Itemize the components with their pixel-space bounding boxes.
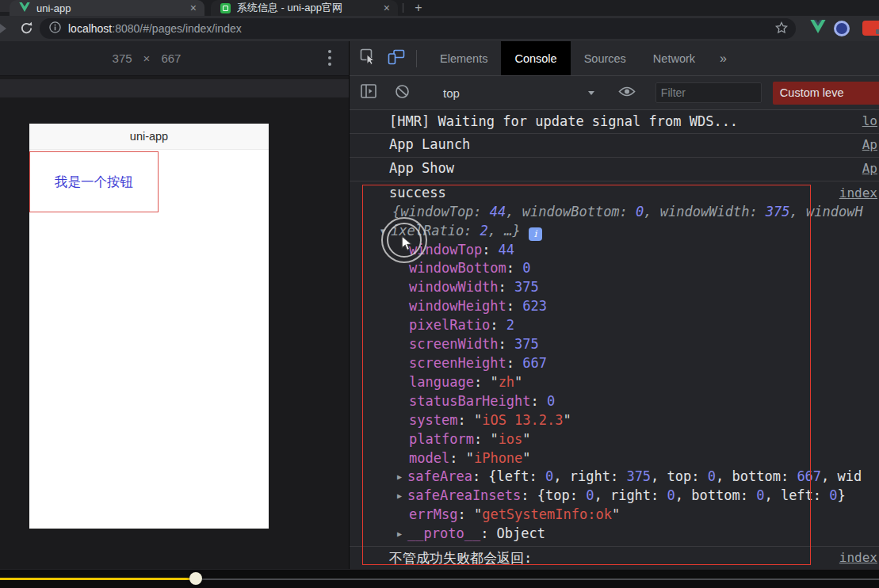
url-path: :8080/#/pages/index/index <box>112 22 241 35</box>
console-line: system: "iOS 13.2.3" <box>350 411 879 430</box>
vue-devtools-extension-icon[interactable] <box>810 20 826 36</box>
device-width-value[interactable]: 375 <box>113 52 132 65</box>
console-line: windowTop: 44 <box>350 241 879 260</box>
progress-handle[interactable] <box>189 572 202 585</box>
console-line: statusBarHeight: 0 <box>350 392 879 411</box>
viewport-top-band <box>0 79 349 97</box>
console-output: [HMR] Waiting for update signal from WDS… <box>350 110 879 588</box>
info-icon[interactable]: i <box>529 227 542 241</box>
tab-title: 系统信息 - uni-app官网 <box>237 1 384 15</box>
uniapp-favicon-icon <box>220 3 231 13</box>
console-toolbar: top Custom leve <box>350 76 879 110</box>
source-link[interactable]: Ap <box>862 159 877 178</box>
console-line: windowWidth: 375 <box>350 278 879 297</box>
console-line: screenWidth: 375 <box>350 335 879 354</box>
console-line: ▼ixelRatio: 2, …} i <box>350 222 879 241</box>
console-line: model: "iPhone" <box>350 449 879 468</box>
device-emulation-pane: 375 × 667 uni-app 我是一个按钮 <box>0 41 350 588</box>
source-link[interactable]: Ap <box>862 136 877 155</box>
console-line: windowBottom: 0 <box>350 259 879 278</box>
device-size-toolbar: 375 × 667 <box>0 41 349 76</box>
console-line: screenHeight: 667 <box>350 354 879 373</box>
emulated-phone-screen: uni-app 我是一个按钮 <box>29 124 269 529</box>
browser-tab-strip: uni-app × 系统信息 - uni-app官网 × + <box>0 0 879 16</box>
toolbar-divider <box>416 50 417 67</box>
more-tabs-button[interactable]: » <box>720 52 727 66</box>
tab-close-icon[interactable]: × <box>190 2 197 13</box>
console-line: platform: "ios" <box>350 430 879 449</box>
console-line: ▶safeAreaInsets: {top: 0, right: 0, bott… <box>350 487 879 506</box>
red-extension-icon[interactable] <box>862 21 879 36</box>
tab-sources[interactable]: Sources <box>571 41 640 75</box>
clear-console-icon[interactable] <box>395 84 410 102</box>
reload-button[interactable] <box>20 21 33 38</box>
console-line: ▶safeArea: {left: 0, right: 375, top: 0,… <box>350 468 879 487</box>
site-info-icon[interactable] <box>49 21 61 36</box>
progress-played <box>0 578 196 580</box>
inspect-element-icon[interactable] <box>360 48 376 68</box>
app-button[interactable]: 我是一个按钮 <box>29 151 159 212</box>
bookmark-star-icon[interactable] <box>775 21 788 36</box>
tab-elements[interactable]: Elements <box>426 41 501 75</box>
tab-network[interactable]: Network <box>640 41 709 75</box>
new-tab-button[interactable]: + <box>411 0 426 16</box>
content-area: 375 × 667 uni-app 我是一个按钮 <box>0 41 879 588</box>
console-line: [HMR] Waiting for update signal from WDS… <box>350 113 879 132</box>
expander-icon[interactable]: ▶ <box>397 487 407 506</box>
browser-toolbar: localhost:8080/#/pages/index/index <box>0 16 879 41</box>
console-line: App Launch <box>350 136 879 155</box>
address-bar[interactable]: localhost:8080/#/pages/index/index <box>40 18 796 39</box>
video-progress-bar[interactable] <box>0 569 879 588</box>
live-expression-eye-icon[interactable] <box>618 86 636 101</box>
console-row: success{windowTop: 44, windowBottom: 0, … <box>350 181 879 546</box>
source-link[interactable]: index <box>839 549 877 568</box>
tab-close-icon[interactable]: × <box>384 2 390 13</box>
dimension-separator: × <box>143 52 151 65</box>
console-row: App LaunchAp <box>350 133 879 157</box>
devtools-tabbar: Elements Console Sources Network » <box>350 41 879 76</box>
console-line: success <box>350 184 879 203</box>
progress-track <box>201 578 879 581</box>
console-line: 不管成功失败都会返回: <box>350 549 879 568</box>
console-line: pixelRatio: 2 <box>350 316 879 335</box>
mouse-cursor-icon <box>401 235 413 255</box>
device-toolbar-toggle-icon[interactable] <box>388 49 405 68</box>
device-height-value[interactable]: 667 <box>161 52 181 65</box>
console-line: windowHeight: 623 <box>350 297 879 316</box>
source-link[interactable]: index <box>839 184 877 203</box>
source-link[interactable]: lo <box>862 113 877 132</box>
console-row: [HMR] Waiting for update signal from WDS… <box>350 110 879 133</box>
expander-icon[interactable]: ▼ <box>380 222 391 241</box>
console-line: {windowTop: 44, windowBottom: 0, windowW… <box>350 203 879 222</box>
vue-favicon-icon <box>19 2 30 14</box>
forward-icon[interactable] <box>0 24 6 33</box>
console-line: ▶__proto__: Object <box>350 525 879 544</box>
tab-title: uni-app <box>36 2 190 14</box>
console-sidebar-icon[interactable] <box>361 84 376 101</box>
blue-extension-icon[interactable] <box>834 21 850 36</box>
devtools-pane: Elements Console Sources Network » top <box>350 41 879 588</box>
app-navbar-title: uni-app <box>130 130 168 143</box>
console-line: language: "zh" <box>350 373 879 392</box>
context-selector[interactable]: top <box>443 86 460 100</box>
expander-icon[interactable]: ▶ <box>397 468 407 487</box>
console-line: errMsg: "getSystemInfo:ok" <box>350 506 879 525</box>
browser-tab-uniapp-docs[interactable]: 系统信息 - uni-app官网 × <box>211 0 398 16</box>
browser-tab-uniapp[interactable]: uni-app × <box>10 0 204 16</box>
device-menu-kebab-icon[interactable] <box>328 50 331 69</box>
tab-console[interactable]: Console <box>501 41 570 75</box>
browser-window: uni-app × 系统信息 - uni-app官网 × + localhost… <box>0 0 879 588</box>
expander-icon[interactable]: ▶ <box>397 525 407 544</box>
custom-levels-label: Custom leve <box>780 86 844 99</box>
console-row: App ShowAp <box>350 157 879 181</box>
custom-levels-dropdown[interactable]: Custom leve <box>773 82 879 105</box>
url-host: localhost <box>68 22 112 35</box>
filter-input[interactable] <box>655 82 762 103</box>
console-row: 不管成功失败都会返回:index <box>350 546 879 570</box>
tab-divider <box>403 3 403 13</box>
app-navbar: uni-app <box>29 124 269 150</box>
console-line: App Show <box>350 159 879 178</box>
context-dropdown-caret-icon[interactable] <box>588 91 594 95</box>
